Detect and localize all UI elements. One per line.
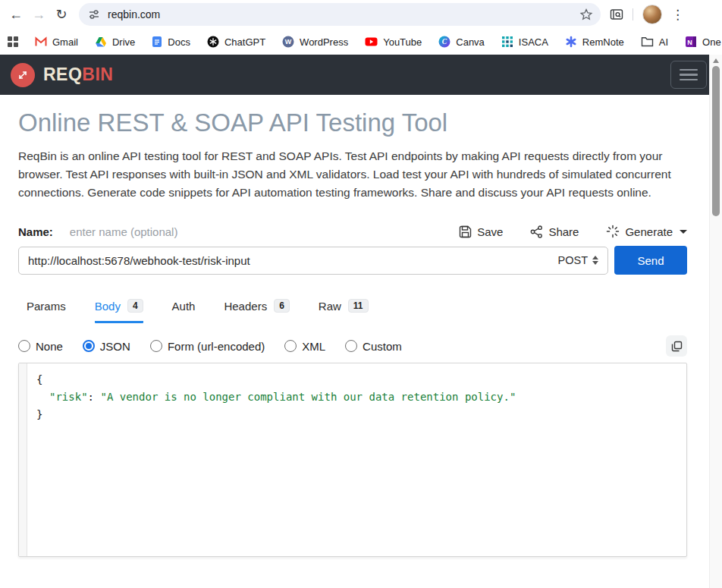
onenote-icon: N (685, 36, 697, 48)
brand-req: REQ (43, 64, 82, 84)
bookmark-ai-folder[interactable]: AI (641, 36, 668, 48)
profile-avatar[interactable] (642, 5, 662, 24)
tab-body-badge: 4 (127, 299, 143, 313)
url-row: http://localhost:5678/webhook-test/risk-… (18, 246, 687, 275)
request-actions: Save Share (459, 225, 687, 238)
bookmark-canva[interactable]: C Canva (438, 36, 485, 48)
brand-bin: BIN (82, 64, 113, 84)
select-spinner-icon (592, 256, 598, 265)
content-type-row: None JSON Form (url-encoded) XML Custom (18, 335, 687, 357)
name-row: Name: Save Share (18, 225, 687, 238)
content-type-none[interactable]: None (18, 340, 63, 353)
content-type-form[interactable]: Form (url-encoded) (150, 340, 265, 353)
bookmark-chatgpt[interactable]: ChatGPT (207, 36, 265, 48)
drive-icon (95, 36, 107, 48)
generate-label: Generate (625, 225, 673, 238)
generate-button[interactable]: Generate (606, 225, 687, 238)
close-brace: } (36, 408, 42, 420)
tab-params[interactable]: Params (27, 299, 66, 323)
request-tabs: Params Body 4 Auth Headers 6 Raw 11 (18, 299, 687, 323)
json-colon: : (88, 391, 94, 403)
name-input[interactable] (70, 225, 259, 238)
scrollbar-thumb[interactable] (712, 66, 720, 216)
page-scrollbar[interactable] (709, 55, 722, 588)
bookmark-label: Canva (456, 36, 485, 48)
folder-icon (641, 36, 654, 47)
radio-icon (150, 340, 162, 352)
content-type-label: Form (url-encoded) (168, 340, 265, 353)
bookmark-drive[interactable]: Drive (95, 36, 135, 48)
forward-button[interactable]: → (27, 3, 50, 26)
method-value: POST (558, 254, 588, 266)
apps-grid-icon[interactable] (8, 36, 18, 47)
browser-menu-icon[interactable]: ⋮ (671, 8, 684, 21)
tab-auth[interactable]: Auth (172, 299, 196, 323)
remnote-icon (565, 36, 577, 48)
bookmark-docs[interactable]: Docs (152, 36, 190, 48)
name-label: Name: (18, 225, 53, 238)
bookmark-gmail[interactable]: Gmail (35, 36, 78, 48)
content-type-custom[interactable]: Custom (345, 340, 402, 353)
reqbin-header: REQBIN (0, 55, 722, 95)
generate-sparkle-icon (606, 225, 620, 238)
reqbin-logo-icon[interactable] (11, 63, 35, 87)
page-content: Online REST & SOAP API Testing Tool ReqB… (18, 108, 687, 557)
request-url-field[interactable]: http://localhost:5678/webhook-test/risk-… (18, 247, 608, 275)
bookmark-star-icon[interactable] (579, 8, 593, 21)
bookmark-label: One Note (702, 36, 722, 48)
save-button[interactable]: Save (459, 225, 503, 238)
scroll-up-arrow[interactable] (713, 58, 719, 63)
page-description: ReqBin is an online API testing tool for… (18, 147, 687, 202)
tab-label: Params (27, 300, 66, 313)
svg-text:C: C (442, 38, 447, 46)
bookmark-remnote[interactable]: RemNote (565, 36, 624, 48)
menu-toggle-button[interactable] (670, 61, 707, 89)
method-select[interactable]: POST (558, 254, 598, 266)
isaca-icon (501, 36, 513, 48)
tab-headers[interactable]: Headers 6 (224, 299, 289, 323)
json-value: "A vendor is no longer compliant with ou… (100, 391, 516, 403)
copy-button[interactable] (666, 335, 687, 357)
brand-wordmark: REQBIN (43, 64, 113, 85)
radio-icon (18, 340, 30, 352)
bookmark-wordpress[interactable]: W WordPress (282, 36, 348, 48)
send-button[interactable]: Send (614, 246, 687, 275)
tab-label: Headers (224, 300, 267, 313)
bookmark-label: RemNote (582, 36, 624, 48)
bookmark-label: AI (659, 36, 668, 48)
tab-body[interactable]: Body 4 (95, 299, 143, 323)
json-key: "risk" (49, 391, 88, 403)
share-button[interactable]: Share (530, 225, 579, 238)
bookmark-label: ChatGPT (224, 36, 265, 48)
tab-label: Body (95, 300, 121, 313)
editor-gutter (19, 363, 27, 556)
editor-code: { "risk": "A vendor is no longer complia… (27, 363, 525, 556)
tab-label: Auth (172, 300, 196, 313)
save-label: Save (477, 225, 503, 238)
wordpress-icon: W (282, 36, 294, 48)
refresh-button[interactable]: ↻ (50, 3, 73, 26)
share-icon (530, 225, 543, 238)
back-button[interactable]: ← (5, 3, 27, 26)
radio-icon (345, 340, 357, 352)
side-panel-search-icon[interactable] (610, 8, 623, 20)
svg-text:W: W (285, 38, 292, 46)
browser-toolbar: ← → ↻ reqbin.com ⋮ (0, 0, 722, 29)
bookmark-youtube[interactable]: YouTube (365, 36, 422, 48)
tab-label: Raw (319, 300, 341, 313)
docs-icon (152, 36, 162, 48)
address-bar[interactable]: reqbin.com (79, 3, 601, 26)
bookmark-onenote[interactable]: N One Note (685, 36, 722, 48)
bookmarks-bar: Gmail Drive Docs ChatGPT (0, 29, 722, 55)
bookmark-label: Docs (168, 36, 190, 48)
json-editor[interactable]: { "risk": "A vendor is no longer complia… (18, 363, 687, 557)
bookmark-label: ISACA (519, 36, 548, 48)
content-type-json[interactable]: JSON (83, 340, 130, 353)
content-type-xml[interactable]: XML (284, 340, 325, 353)
svg-text:N: N (687, 39, 692, 46)
bookmark-isaca[interactable]: ISACA (501, 36, 548, 48)
tune-icon (88, 8, 100, 20)
gmail-icon (35, 36, 47, 47)
tab-headers-badge: 6 (274, 299, 290, 313)
tab-raw[interactable]: Raw 11 (319, 299, 369, 323)
